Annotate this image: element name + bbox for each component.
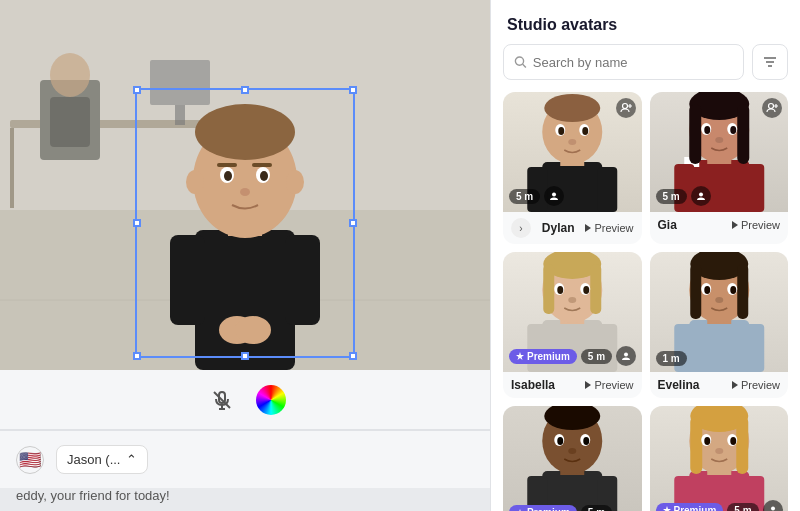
svg-point-51 [552,193,556,197]
voice-name: Jason (... [67,452,120,467]
search-input[interactable] [533,55,733,70]
avatar-card-bottom1[interactable]: Premium 5 m [503,406,642,511]
svg-point-46 [582,127,588,135]
time-badge-bottom2: 5 m [727,503,758,512]
person-icon-isabella [616,346,636,366]
handle-bl[interactable] [133,352,141,360]
person-add-icon [620,102,632,114]
svg-rect-117 [736,416,748,474]
expand-dylan[interactable]: › [511,218,531,238]
panel-title: Studio avatars [491,0,800,44]
handle-mr[interactable] [349,219,357,227]
handle-br[interactable] [349,352,357,360]
avatar-badges-dylan: 5 m [509,186,564,206]
preview-dylan[interactable]: Preview [585,222,633,234]
time-badge-evelina: 1 m [656,351,687,366]
avatar-card-isabella[interactable]: Premium 5 m Isabella Preview [503,252,642,398]
svg-rect-7 [50,97,90,147]
avatar-person-bottom1 [503,406,642,511]
script-preview: eddy, your friend for today! [0,488,490,511]
avatar-badges-gia: 5 m [656,186,711,206]
time-badge-dylan: 5 m [509,189,540,204]
handle-ml[interactable] [133,219,141,227]
new-badge-gia [762,98,782,118]
play-icon-evelina [732,381,738,389]
filter-button[interactable] [752,44,788,80]
video-toolbar [0,370,490,430]
color-wheel-button[interactable] [256,385,286,415]
svg-rect-91 [690,264,701,319]
voice-selector[interactable]: Jason (... ⌃ [56,445,148,474]
time-badge-gia: 5 m [656,189,687,204]
svg-marker-123 [663,506,671,511]
svg-point-124 [771,507,775,511]
avatar-footer-gia: Gia Preview [650,212,789,238]
avatar-image-dylan: 5 m [503,92,642,212]
video-preview [0,0,490,370]
svg-point-82 [568,297,576,303]
search-icon [514,55,527,69]
play-icon-dylan [585,224,591,232]
handle-bm[interactable] [241,352,249,360]
avatar-name-dylan: Dylan [542,221,575,235]
time-badge-bottom1: 5 m [581,505,612,511]
bottom-bar: 🇺🇸 Jason (... ⌃ [0,430,490,488]
svg-point-65 [715,137,723,143]
premium-badge-bottom2: Premium [656,503,724,512]
avatar-card-dylan[interactable]: 5 m › Dylan Preview [503,92,642,244]
preview-gia[interactable]: Preview [732,219,780,231]
flag-icon: 🇺🇸 [16,446,44,474]
handle-tr[interactable] [349,86,357,94]
search-box[interactable] [503,44,744,80]
svg-point-84 [624,353,628,357]
svg-rect-116 [690,416,702,474]
left-panel: 🇺🇸 Jason (... ⌃ eddy, your friend for to… [0,0,490,511]
avatar-image-bottom2: Premium 5 m [650,406,789,511]
svg-point-96 [730,286,736,294]
svg-rect-59 [689,104,701,164]
preview-isabella[interactable]: Preview [585,379,633,391]
handle-tl[interactable] [133,86,141,94]
svg-rect-76 [543,264,554,314]
avatar-footer-evelina: Evelina Preview [650,372,789,398]
voice-arrow: ⌃ [126,452,137,467]
avatar-name-evelina: Evelina [658,378,700,392]
svg-point-81 [583,286,589,294]
svg-point-45 [558,127,564,135]
mic-slash-icon [211,389,233,411]
svg-point-108 [568,448,576,454]
avatar-footer-dylan: › Dylan Preview [503,212,642,244]
preview-evelina[interactable]: Preview [732,379,780,391]
premium-badge-bottom1: Premium [509,505,577,511]
person-icon-bottom2 [763,500,783,511]
avatar-badges-evelina: 1 m [656,351,687,366]
svg-rect-87 [744,324,764,372]
avatar-badges-bottom1: Premium 5 m [509,505,612,511]
svg-marker-83 [516,352,524,360]
svg-point-42 [544,94,600,122]
person-icon-dylan [544,186,564,206]
avatar-selection-box [135,88,355,358]
svg-point-120 [704,437,710,445]
avatar-card-evelina[interactable]: 1 m Evelina Preview [650,252,789,398]
svg-rect-3 [10,128,14,208]
svg-point-95 [704,286,710,294]
premium-icon-b2 [663,506,671,511]
avatar-image-evelina: 1 m [650,252,789,372]
svg-line-33 [523,64,526,67]
person-icon-gia [691,186,711,206]
svg-point-106 [557,437,563,445]
avatars-grid: 5 m › Dylan Preview [491,92,800,511]
svg-point-107 [583,437,589,445]
svg-point-6 [50,53,90,97]
avatar-card-gia[interactable]: 5 m Gia Preview [650,92,789,244]
avatar-image-isabella: Premium 5 m [503,252,642,372]
svg-point-80 [557,286,563,294]
mute-button[interactable] [204,382,240,418]
svg-point-47 [568,139,576,145]
handle-tm[interactable] [241,86,249,94]
avatar-card-bottom2[interactable]: Premium 5 m [650,406,789,511]
svg-rect-92 [737,264,748,319]
svg-rect-60 [737,104,749,164]
svg-point-63 [704,126,710,134]
